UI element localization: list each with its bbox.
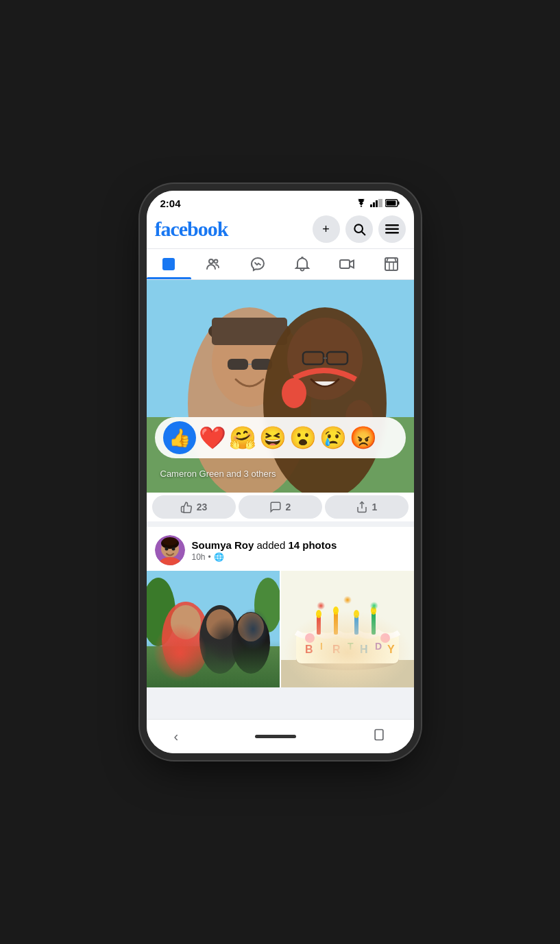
svg-rect-73: [376, 730, 384, 740]
svg-rect-43: [147, 646, 280, 687]
app-header: facebook +: [147, 213, 414, 249]
tab-marketplace[interactable]: [369, 249, 414, 279]
post-photo-1: [147, 280, 414, 493]
svg-text:Y: Y: [387, 644, 395, 655]
rotate-button[interactable]: [372, 728, 386, 745]
post-card-2: Soumya Roy added 14 photos 10h • 🌐: [147, 527, 414, 687]
messenger-icon: [249, 256, 266, 272]
tab-home[interactable]: [147, 249, 191, 279]
reaction-like[interactable]: 👍: [163, 421, 196, 454]
svg-rect-63: [317, 615, 321, 635]
svg-rect-10: [385, 224, 399, 226]
dot-separator: •: [208, 552, 211, 562]
news-feed[interactable]: 👍 ❤️ 🤗 😆 😮 😢 😡 Cameron Green and 3 other…: [147, 280, 414, 719]
svg-rect-42: [147, 571, 280, 687]
search-icon: [352, 222, 366, 236]
search-button[interactable]: [345, 215, 373, 243]
tab-video[interactable]: [325, 249, 369, 279]
svg-rect-2: [376, 200, 378, 207]
post-actions: 23 2 1: [147, 493, 414, 521]
svg-rect-3: [378, 199, 380, 207]
rotate-icon: [372, 728, 386, 742]
post-image-container: 👍 ❤️ 🤗 😆 😮 😢 😡 Cameron Green and 3 other…: [147, 280, 414, 493]
svg-text:D: D: [375, 641, 382, 652]
back-button[interactable]: ‹: [174, 729, 179, 744]
video-icon: [339, 256, 355, 272]
svg-rect-4: [380, 199, 382, 207]
svg-rect-64: [334, 612, 338, 635]
bottom-nav: ‹: [147, 719, 414, 753]
svg-point-46: [162, 602, 210, 677]
hamburger-icon: [385, 224, 399, 234]
tab-messenger[interactable]: [236, 249, 280, 279]
svg-point-71: [305, 633, 315, 643]
reaction-angry[interactable]: 😡: [350, 425, 377, 451]
comment-button[interactable]: 2: [239, 495, 322, 519]
reactions-bar: 👍 ❤️ 🤗 😆 😮 😢 😡: [155, 417, 406, 458]
reaction-sad[interactable]: 😢: [319, 425, 347, 451]
svg-point-38: [162, 537, 178, 545]
phone-shell: 2:04: [147, 191, 414, 753]
svg-rect-1: [373, 202, 375, 207]
battery-icon: [385, 199, 400, 207]
reaction-wow[interactable]: 😮: [289, 425, 317, 451]
svg-point-68: [333, 606, 339, 615]
author-avatar[interactable]: [155, 535, 185, 565]
share-icon: [356, 501, 368, 513]
reaction-haha[interactable]: 😆: [259, 425, 287, 451]
svg-point-15: [215, 260, 218, 263]
photos-grid: B I R T H D Y: [147, 571, 414, 687]
post-author: Soumya Roy added 14 photos: [192, 539, 406, 551]
tab-friends[interactable]: [191, 249, 236, 279]
avatar-image: [155, 535, 185, 565]
svg-point-67: [316, 610, 321, 618]
svg-point-32: [282, 378, 306, 408]
home-indicator[interactable]: [255, 735, 296, 738]
svg-point-39: [165, 547, 168, 551]
comment-count: 2: [286, 502, 291, 512]
status-bar: 2:04: [147, 191, 414, 213]
svg-rect-24: [228, 359, 248, 370]
svg-rect-16: [340, 260, 350, 268]
facebook-logo: facebook: [155, 217, 313, 241]
svg-point-48: [199, 605, 241, 674]
svg-point-14: [209, 259, 213, 263]
svg-rect-55: [296, 633, 399, 663]
svg-rect-23: [212, 318, 287, 345]
friends-icon: [205, 256, 221, 272]
post-action-text: added: [257, 539, 289, 551]
svg-text:B: B: [305, 644, 313, 655]
svg-point-51: [238, 613, 264, 641]
svg-rect-7: [398, 202, 399, 205]
tab-notifications[interactable]: [280, 249, 325, 279]
svg-point-40: [171, 547, 175, 551]
svg-point-69: [354, 610, 359, 618]
menu-button[interactable]: [378, 215, 406, 243]
wifi-icon: [355, 199, 367, 207]
svg-point-49: [206, 609, 234, 639]
home-icon: [160, 256, 177, 272]
svg-text:T: T: [348, 641, 354, 652]
share-button[interactable]: 1: [325, 495, 409, 519]
photo-1: [147, 571, 280, 687]
svg-text:I: I: [320, 641, 323, 652]
svg-rect-0: [370, 204, 372, 207]
svg-point-47: [171, 605, 201, 639]
svg-point-70: [371, 606, 376, 615]
marketplace-icon: [383, 256, 400, 272]
photo-cell-1[interactable]: [147, 571, 280, 687]
svg-point-50: [232, 612, 270, 674]
like-icon: [180, 501, 193, 513]
reactions-text: Cameron Green and 3 others: [160, 469, 276, 479]
post-time: 10h • 🌐: [192, 552, 406, 562]
reaction-love[interactable]: ❤️: [199, 425, 226, 451]
author-name[interactable]: Soumya Roy: [192, 539, 254, 551]
add-button[interactable]: +: [313, 215, 340, 243]
post-header-2: Soumya Roy added 14 photos 10h • 🌐: [147, 527, 414, 571]
like-button[interactable]: 23: [152, 495, 236, 519]
svg-rect-52: [281, 571, 414, 687]
svg-rect-66: [372, 612, 376, 635]
status-icons: [355, 199, 400, 207]
reaction-care[interactable]: 🤗: [229, 425, 256, 451]
photo-cell-2[interactable]: B I R T H D Y: [281, 571, 414, 687]
